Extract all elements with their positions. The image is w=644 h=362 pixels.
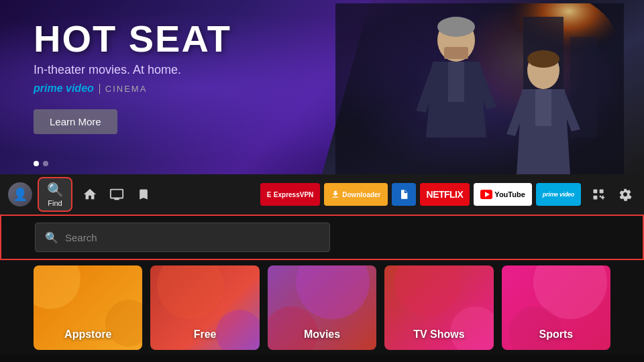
prime-video-logo: prime video [34, 82, 94, 95]
svg-rect-13 [594, 190, 598, 194]
svg-point-20 [624, 193, 627, 196]
hero-content: HOT SEAT In-theater movies. At home. pri… [34, 20, 231, 134]
hero-banner: HOT SEAT In-theater movies. At home. pri… [0, 0, 644, 174]
sports-label: Sports [539, 328, 573, 341]
expressvpn-app[interactable]: E ExpressVPN [260, 183, 321, 206]
downloader-app[interactable]: Downloader [324, 183, 387, 206]
cinema-label: CINEMA [99, 84, 148, 94]
downloader-label: Downloader [342, 191, 380, 198]
hero-dots [34, 161, 48, 166]
search-section: 🔍 Search [0, 215, 644, 260]
free-label: Free [194, 328, 217, 341]
youtube-play-icon [480, 190, 492, 199]
movies-tile[interactable]: Movies [268, 265, 376, 350]
settings-button[interactable] [614, 184, 636, 205]
hero-characters [335, 3, 624, 174]
search-bar[interactable]: 🔍 Search [35, 223, 330, 252]
nav-end-icons [588, 184, 636, 205]
primevideo-label: prime video [543, 191, 574, 198]
hero-brand: prime video CINEMA [34, 82, 231, 95]
sports-tile[interactable]: Sports [502, 265, 610, 350]
svg-rect-6 [444, 47, 468, 59]
hero-image [322, 0, 644, 174]
find-button[interactable]: 🔍 Find [38, 177, 72, 212]
apps-grid-button[interactable] [588, 184, 609, 205]
youtube-label: YouTube [494, 190, 525, 198]
search-icon-inner: 🔍 [45, 231, 58, 244]
svg-point-9 [527, 50, 559, 68]
hero-subtitle: In-theater movies. At home. [34, 63, 231, 77]
appstore-tile[interactable]: Appstore [34, 265, 142, 350]
svg-rect-7 [448, 62, 464, 102]
tvshows-tile[interactable]: TV Shows [384, 265, 493, 350]
search-icon: 🔍 [47, 182, 64, 198]
svg-rect-17 [600, 196, 602, 198]
filelinked-icon [398, 189, 409, 200]
free-tile[interactable]: Free [150, 265, 259, 350]
downloader-icon [331, 190, 340, 199]
svg-rect-10 [535, 89, 551, 126]
filelinked-app[interactable] [392, 183, 416, 206]
user-avatar[interactable]: 👤 [8, 182, 32, 206]
app-shortcuts: E ExpressVPN Downloader NETFLIX YouTub [260, 183, 581, 206]
tv-button[interactable] [105, 182, 129, 206]
navbar: 👤 🔍 Find E ExpressVPN Downloader [0, 174, 644, 215]
appstore-label: Appstore [64, 328, 111, 341]
svg-rect-15 [594, 196, 598, 200]
svg-rect-14 [600, 190, 604, 194]
dot-1[interactable] [34, 161, 39, 166]
find-label: Find [48, 199, 62, 207]
netflix-label: NETFLIX [427, 189, 464, 200]
expressvpn-label: E [267, 191, 271, 198]
learn-more-button[interactable]: Learn More [34, 109, 117, 134]
svg-point-5 [437, 17, 475, 37]
tvshows-label: TV Shows [413, 328, 464, 341]
hero-title: HOT SEAT [34, 20, 231, 58]
home-button[interactable] [78, 182, 102, 206]
categories-section: Appstore Free Movies TV Shows Sports [0, 260, 644, 355]
youtube-app[interactable]: YouTube [474, 183, 531, 206]
dot-2[interactable] [43, 161, 48, 166]
movies-label: Movies [304, 328, 340, 341]
search-placeholder-text: Search [65, 232, 97, 243]
netflix-app[interactable]: NETFLIX [420, 183, 470, 206]
bookmark-button[interactable] [131, 182, 156, 206]
primevideo-app[interactable]: prime video [536, 183, 581, 206]
